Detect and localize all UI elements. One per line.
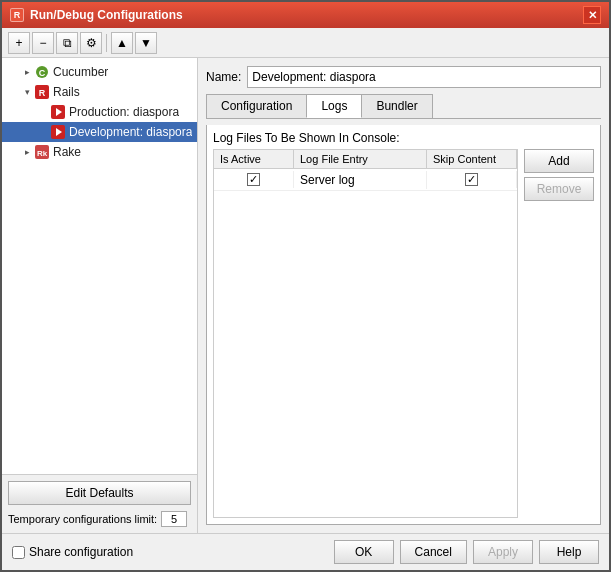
dialog-buttons: OK Cancel Apply Help (334, 540, 599, 564)
main-content: ▸ C Cucumber ▾ R (2, 58, 609, 533)
col-header-skip-content: Skip Content (427, 150, 517, 168)
log-table: Is Active Log File Entry Skip Content ✓ … (213, 149, 518, 518)
log-table-body: ✓ Server log ✓ (214, 169, 517, 191)
ok-button[interactable]: OK (334, 540, 394, 564)
bottom-bar: Share configuration OK Cancel Apply Help (2, 533, 609, 570)
edit-defaults-button[interactable]: Edit Defaults (8, 481, 191, 505)
add-log-button[interactable]: Add (524, 149, 594, 173)
tree-item-rails[interactable]: ▾ R Rails (2, 82, 197, 102)
log-table-header: Is Active Log File Entry Skip Content (214, 150, 517, 169)
cucumber-icon: C (34, 64, 50, 80)
tree-label-development: Development: diaspora (69, 125, 192, 139)
col-header-log-file-entry: Log File Entry (294, 150, 427, 168)
copy-config-button[interactable]: ⧉ (56, 32, 78, 54)
app-icon: R (10, 8, 24, 22)
log-panel-with-buttons: Is Active Log File Entry Skip Content ✓ … (213, 149, 594, 518)
expand-icon-cucumber: ▸ (22, 67, 32, 77)
svg-text:Rk: Rk (37, 149, 48, 158)
remove-config-button[interactable]: − (32, 32, 54, 54)
tree-label-production: Production: diaspora (69, 105, 179, 119)
temp-config-row: Temporary configurations limit: (8, 511, 191, 527)
config-tree: ▸ C Cucumber ▾ R (2, 58, 197, 474)
share-config-checkbox[interactable] (12, 546, 25, 559)
add-config-button[interactable]: + (8, 32, 30, 54)
close-button[interactable]: ✕ (583, 6, 601, 24)
rails-icon: R (34, 84, 50, 100)
right-panel: Name: Configuration Logs Bundler Log Fil… (198, 58, 609, 533)
share-config-row: Share configuration (12, 545, 133, 559)
cell-is-active[interactable]: ✓ (214, 171, 294, 188)
tree-item-production[interactable]: Production: diaspora (2, 102, 197, 122)
log-header: Log Files To Be Shown In Console: (213, 131, 594, 145)
help-button[interactable]: Help (539, 540, 599, 564)
toolbar: + − ⧉ ⚙ ▲ ▼ (2, 28, 609, 58)
share-config-label: Share configuration (29, 545, 133, 559)
tree-item-rake[interactable]: ▸ Rk Rake (2, 142, 197, 162)
cancel-button[interactable]: Cancel (400, 540, 467, 564)
temp-config-input[interactable] (161, 511, 187, 527)
tree-item-cucumber[interactable]: ▸ C Cucumber (2, 62, 197, 82)
tree-label-rake: Rake (53, 145, 81, 159)
tab-content-logs: Log Files To Be Shown In Console: Is Act… (206, 125, 601, 525)
remove-log-button[interactable]: Remove (524, 177, 594, 201)
development-run-icon (50, 124, 66, 140)
production-run-icon (50, 104, 66, 120)
tree-label-cucumber: Cucumber (53, 65, 108, 79)
cell-skip-content[interactable]: ✓ (427, 171, 517, 188)
left-footer: Edit Defaults Temporary configurations l… (2, 474, 197, 533)
is-active-checkbox[interactable]: ✓ (247, 173, 260, 186)
log-action-buttons: Add Remove (524, 149, 594, 518)
left-panel: ▸ C Cucumber ▾ R (2, 58, 198, 533)
expand-icon-production (38, 107, 48, 117)
move-down-button[interactable]: ▼ (135, 32, 157, 54)
table-row: ✓ Server log ✓ (214, 169, 517, 191)
toolbar-separator (106, 34, 107, 52)
apply-button[interactable]: Apply (473, 540, 533, 564)
svg-text:C: C (39, 68, 46, 78)
settings-button[interactable]: ⚙ (80, 32, 102, 54)
tab-configuration[interactable]: Configuration (206, 94, 307, 118)
tab-logs[interactable]: Logs (306, 94, 362, 118)
cell-log-entry: Server log (294, 171, 427, 189)
expand-icon-development (38, 127, 48, 137)
tab-bar: Configuration Logs Bundler (206, 94, 601, 119)
rake-icon: Rk (34, 144, 50, 160)
tab-bundler[interactable]: Bundler (361, 94, 432, 118)
col-header-is-active: Is Active (214, 150, 294, 168)
title-bar-left: R Run/Debug Configurations (10, 8, 183, 22)
title-bar: R Run/Debug Configurations ✕ (2, 2, 609, 28)
tree-label-rails: Rails (53, 85, 80, 99)
expand-icon-rake: ▸ (22, 147, 32, 157)
name-label: Name: (206, 70, 241, 84)
name-row: Name: (206, 66, 601, 88)
temp-config-label: Temporary configurations limit: (8, 513, 157, 525)
skip-content-checkbox[interactable]: ✓ (465, 173, 478, 186)
run-debug-window: R Run/Debug Configurations ✕ + − ⧉ ⚙ ▲ ▼… (0, 0, 611, 572)
window-title: Run/Debug Configurations (30, 8, 183, 22)
tree-item-development[interactable]: Development: diaspora (2, 122, 197, 142)
svg-text:R: R (39, 88, 46, 98)
move-up-button[interactable]: ▲ (111, 32, 133, 54)
expand-icon-rails: ▾ (22, 87, 32, 97)
name-input[interactable] (247, 66, 601, 88)
